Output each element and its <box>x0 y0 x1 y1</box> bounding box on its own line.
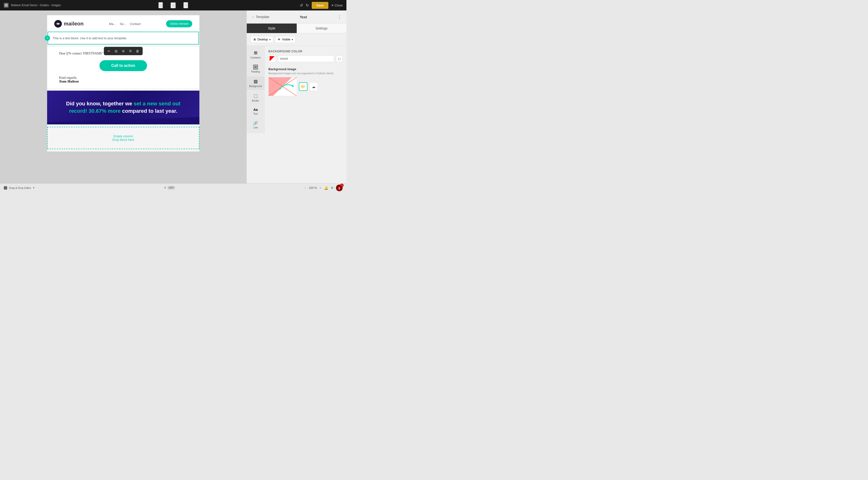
bg-color-row: Inherit { } <box>269 55 343 63</box>
email-template: maileon Ma... Se... Contact Online Versi… <box>47 15 199 152</box>
bell-icon[interactable]: 🔔 <box>324 186 328 190</box>
bottom-bar: Drag & Drop Editor ▾ ↺ OFF − 100 % + 🔔 ⊞… <box>0 183 346 192</box>
empty-col-text1: Empty column <box>55 134 192 138</box>
panel-header: ← Template Text ⋮ <box>247 10 346 24</box>
desktop-icon[interactable]: 🖥 <box>170 2 176 8</box>
right-panel: ← Template Text ⋮ Style Settings 🖥 Deskt… <box>247 10 346 183</box>
save-button[interactable]: Save <box>312 2 328 9</box>
toggle-label[interactable]: OFF <box>167 186 175 190</box>
desktop-view-label: Desktop <box>257 38 268 41</box>
email-banner: Did you know, together we set a new send… <box>47 91 199 124</box>
cta-button[interactable]: Call to action <box>99 60 147 71</box>
settings-tool-icon[interactable]: ⚙ <box>121 49 126 54</box>
bottom-left: Drag & Drop Editor ▾ <box>4 186 34 190</box>
chevron-down-icon: ▾ <box>269 38 271 41</box>
bg-image-cloud-button[interactable]: ☁ <box>309 82 318 91</box>
empty-column[interactable]: Empty column Drop block here <box>47 127 199 149</box>
app-title: Maileon Email Demo - Guides - Images <box>11 4 61 7</box>
email-regards: Kind regards, <box>59 76 187 80</box>
text-block[interactable]: ⠿ This is a text block. Use it to add te… <box>48 32 199 44</box>
sidebar-item-text[interactable]: Aa Text <box>247 105 265 118</box>
email-team: Team Maileon <box>59 80 187 84</box>
folder-icon: 📁 <box>301 85 306 89</box>
chevron-down-icon-2: ▾ <box>292 38 293 41</box>
block-toolbar: ✏ ⊞ ⚙ ⧉ 🗑 <box>104 47 143 55</box>
drag-drop-icon <box>4 186 7 190</box>
zoom-level: 100 % <box>309 186 317 190</box>
banner-text-white-2: compared to last year. <box>121 108 177 114</box>
notification-area: 🔔 <box>324 186 328 190</box>
panel-inner: ⊞ Container Padding ▨ Background <box>247 46 346 133</box>
canvas-area: maileon Ma... Se... Contact Online Versi… <box>0 10 247 183</box>
nav-item-2: Se... <box>120 22 126 26</box>
text-icon: Aa <box>253 108 258 111</box>
panel-template-title: Template <box>256 15 269 19</box>
grid-icon[interactable]: ⊞ <box>158 2 163 8</box>
background-icon: ▨ <box>254 79 258 84</box>
text-block-content: This is a text block. Use it to add text… <box>53 36 127 40</box>
redo-button[interactable]: ↻ <box>306 3 309 8</box>
panel-back-button[interactable]: ← Template <box>251 15 269 19</box>
padding-icon <box>253 65 258 69</box>
panel-more-button[interactable]: ⋮ <box>337 14 342 20</box>
bottom-center: ↺ OFF <box>164 186 175 190</box>
bg-color-label: Background color <box>269 50 343 53</box>
color-swatch[interactable] <box>269 55 276 63</box>
tab-style[interactable]: Style <box>247 24 297 33</box>
bg-image-note: Background images are not supported in O… <box>269 72 343 75</box>
sidebar-item-text-label: Text <box>253 113 258 115</box>
sidebar-item-background-label: Background <box>249 85 262 88</box>
svg-point-0 <box>57 23 59 25</box>
visibility-icon: 👁 <box>278 38 281 41</box>
sidebar-item-background[interactable]: ▨ Background <box>247 76 265 90</box>
delete-icon[interactable]: 🗑 <box>135 49 140 54</box>
zoom-in-icon[interactable]: + <box>320 187 321 189</box>
sidebar-item-padding-label: Padding <box>251 70 260 73</box>
email-header: maileon Ma... Se... Contact Online Versi… <box>47 15 199 33</box>
nav-item-3: Contact <box>130 22 141 26</box>
grid-select-icon[interactable]: ⊞ <box>114 49 118 54</box>
bg-color-value: Inherit <box>278 56 334 62</box>
banner-text-white-1: Did you know, together we <box>66 101 134 106</box>
tab-settings[interactable]: Settings <box>297 24 347 33</box>
visibility-select[interactable]: 👁 Visible ▾ <box>275 36 296 43</box>
sidebar-icons: ⊞ Container Padding ▨ Background <box>247 48 265 131</box>
color-code-button[interactable]: { } <box>336 56 343 62</box>
settings-icon[interactable]: ⚙ <box>183 2 188 8</box>
topbar: Maileon Email Demo - Guides - Images ⊞ 🖥… <box>0 0 346 10</box>
duplicate-icon[interactable]: ⧉ <box>128 48 132 54</box>
logo: maileon <box>54 20 84 28</box>
close-button[interactable]: ✕ Close <box>331 4 343 7</box>
cloud-upload-icon: ☁ <box>312 85 315 89</box>
apps-area[interactable]: ⊞ <box>331 186 333 189</box>
banner-text-green-1: set a new send out <box>134 101 181 106</box>
logo-text: maileon <box>64 21 84 27</box>
back-arrow-icon: ← <box>251 15 255 19</box>
link-icon: 🔗 <box>253 121 258 125</box>
editor-chevron-icon: ▾ <box>33 186 34 189</box>
user-badge-area: g 9 <box>336 185 343 191</box>
editor-label: Drag & Drop Editor <box>9 187 31 189</box>
zoom-out-icon[interactable]: − <box>304 187 306 189</box>
online-version-button[interactable]: Online Version <box>166 20 192 27</box>
topbar-center: ⊞ 🖥 ⚙ <box>158 2 188 8</box>
drag-handle[interactable]: ⠿ <box>45 35 50 41</box>
bg-image-section: Background image Background images are n… <box>269 67 343 96</box>
logo-icon <box>54 20 62 28</box>
sidebar-item-link[interactable]: 🔗 Link <box>247 119 265 131</box>
badge-count: 9 <box>340 184 344 187</box>
edit-icon[interactable]: ✏ <box>107 49 111 54</box>
nav-links: Ma... Se... Contact <box>109 22 141 26</box>
desktop-view-select[interactable]: 🖥 Desktop ▾ <box>251 36 273 43</box>
sidebar-item-label: Container <box>250 56 260 59</box>
sidebar-item-container[interactable]: ⊞ Container <box>247 48 265 61</box>
bg-image-label: Background image <box>269 67 343 71</box>
desktop-view-icon: 🖥 <box>253 38 256 41</box>
undo-button[interactable]: ↺ <box>300 3 303 8</box>
sidebar-item-padding[interactable]: Padding <box>247 62 265 75</box>
visibility-label: Visible <box>282 38 290 41</box>
bg-image-upload-button[interactable]: 📁 <box>299 82 307 91</box>
sidebar-item-border[interactable]: ⬚ Border <box>247 91 265 104</box>
panel-current-title: Text <box>300 15 307 19</box>
border-icon: ⬚ <box>254 93 258 98</box>
